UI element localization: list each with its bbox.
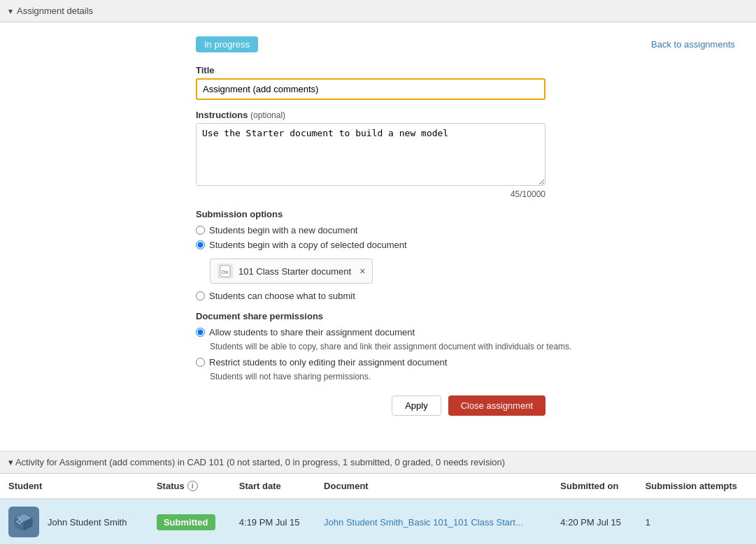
radio-copy-document: Students begin with a copy of selected d… xyxy=(196,240,735,250)
main-content: In progress Back to assignments Title In… xyxy=(0,22,756,430)
table-header: Student Status i Start date Document Sub… xyxy=(0,474,756,499)
close-assignment-button[interactable]: Close assignment xyxy=(448,395,545,416)
col-status: Status i xyxy=(148,474,231,499)
radio-choose-submit-label[interactable]: Students can choose what to submit xyxy=(209,291,355,301)
student-name: John Student Smith xyxy=(48,517,127,528)
radio-choose-submit-input[interactable] xyxy=(196,291,205,300)
arrow-icon: ▾ xyxy=(8,6,13,16)
instructions-textarea[interactable]: Use the Starter document to build a new … xyxy=(196,123,545,186)
arrow-activity-icon: ▾ xyxy=(8,457,13,467)
radio-choose-submit: Students can choose what to submit xyxy=(196,291,735,301)
topbar-label: Assignment details xyxy=(17,6,93,16)
attempts-cell: 1 xyxy=(637,499,756,545)
status-badge: In progress xyxy=(196,36,258,52)
title-label: Title xyxy=(196,65,735,75)
submission-options-group: Submission options Students begin with a… xyxy=(196,209,735,301)
svg-text:On: On xyxy=(222,270,228,275)
button-row: Apply Close assignment xyxy=(196,395,545,416)
submitted-on-cell: 4:20 PM Jul 15 xyxy=(552,499,636,545)
status-cell: Submitted xyxy=(148,499,231,545)
radio-copy-document-label[interactable]: Students begin with a copy of selected d… xyxy=(209,240,407,250)
document-chip: On 101 Class Starter document × xyxy=(210,259,373,284)
svg-point-9 xyxy=(21,521,23,523)
document-link[interactable]: John Student Smith_Basic 101_101 Class S… xyxy=(324,517,523,528)
svg-point-8 xyxy=(17,521,19,523)
perm-allow-share: Allow students to share their assignment… xyxy=(196,327,735,337)
col-document: Document xyxy=(315,474,552,499)
radio-copy-document-input[interactable] xyxy=(196,240,205,249)
radio-new-document: Students begin with a new document xyxy=(196,225,735,235)
perm-allow-share-input[interactable] xyxy=(196,328,205,337)
perm-allow-share-label[interactable]: Allow students to share their assignment… xyxy=(209,327,415,337)
instructions-group: Instructions (optional) Use the Starter … xyxy=(196,110,735,199)
perm-restrict-input[interactable] xyxy=(196,358,205,367)
permissions-group: Document share permissions Allow student… xyxy=(196,311,735,382)
perm-restrict-desc: Students will not have sharing permissio… xyxy=(210,372,735,382)
header-row: In progress Back to assignments xyxy=(196,36,735,52)
document-cell: John Student Smith_Basic 101_101 Class S… xyxy=(315,499,552,545)
apply-button[interactable]: Apply xyxy=(392,395,441,416)
perm-restrict: Restrict students to only editing their … xyxy=(196,357,735,368)
perm-allow-share-desc: Students will be able to copy, share and… xyxy=(210,342,735,351)
col-start-date: Start date xyxy=(231,474,315,499)
table-section: Student Status i Start date Document Sub… xyxy=(0,474,756,545)
activity-table: Student Status i Start date Document Sub… xyxy=(0,474,756,545)
table-body: John Student Smith Submitted 4:19 PM Jul… xyxy=(0,499,756,545)
svg-point-6 xyxy=(19,519,21,521)
document-chip-name: 101 Class Starter document xyxy=(238,266,351,277)
submitted-badge: Submitted xyxy=(157,514,215,530)
chip-close-icon[interactable]: × xyxy=(359,266,365,277)
col-submitted-on: Submitted on xyxy=(552,474,636,499)
table-row: John Student Smith Submitted 4:19 PM Jul… xyxy=(0,499,756,545)
title-input[interactable] xyxy=(196,78,545,100)
assignment-details-bar: ▾ Assignment details xyxy=(0,0,756,22)
radio-new-document-input[interactable] xyxy=(196,226,205,235)
svg-point-7 xyxy=(19,523,21,525)
col-attempts: Submission attempts xyxy=(637,474,756,499)
start-date-cell: 4:19 PM Jul 15 xyxy=(231,499,315,545)
perm-restrict-label[interactable]: Restrict students to only editing their … xyxy=(209,357,447,368)
submission-options-label: Submission options xyxy=(196,209,735,219)
avatar xyxy=(8,507,39,537)
activity-bar: ▾ Activity for Assignment (add comments)… xyxy=(0,451,756,474)
back-to-assignments-link[interactable]: Back to assignments xyxy=(651,39,735,50)
radio-new-document-label[interactable]: Students begin with a new document xyxy=(209,225,357,235)
char-count: 45/10000 xyxy=(196,189,545,199)
activity-text: Activity for Assignment (add comments) i… xyxy=(15,457,505,467)
doc-icon: On xyxy=(217,263,233,279)
col-student: Student xyxy=(0,474,148,499)
student-cell: John Student Smith xyxy=(0,499,148,545)
permissions-label: Document share permissions xyxy=(196,311,735,321)
title-group: Title xyxy=(196,65,735,100)
instructions-label: Instructions (optional) xyxy=(196,110,735,120)
status-info-icon[interactable]: i xyxy=(187,481,198,491)
